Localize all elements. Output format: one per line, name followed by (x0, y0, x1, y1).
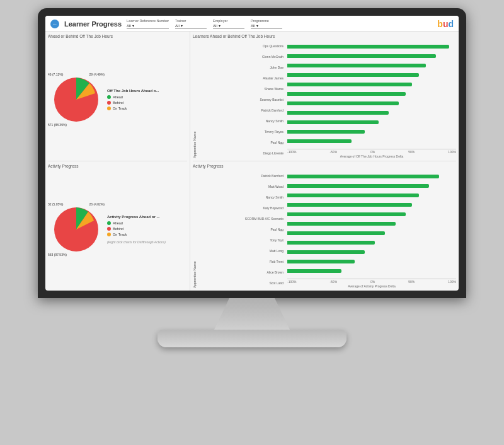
legend-dot-ahead-2 (107, 221, 111, 225)
bars-container-2 (287, 170, 456, 277)
bar-2-7 (287, 241, 375, 245)
legend-label-ahead-1: Ahead (113, 95, 123, 99)
monitor-container: ← Learner Progress Learner Reference Num… (25, 8, 479, 437)
bar-chart-1-area: Apprentice Name Ops Questions Glenn McGr… (193, 40, 456, 158)
bar-chart-1-names: Ops Questions Glenn McGrath John Doe Ala… (200, 40, 285, 158)
section-divider-1 (48, 161, 187, 161)
bar-row-1-8 (287, 120, 456, 125)
page-title: Learner Progress (64, 20, 122, 28)
filter-label-employer: Employer (213, 19, 244, 23)
legend-label-ontrack-1: On Track (113, 107, 127, 110)
top-right-section-title: Learners Ahead or Behind Off The Job Hou… (193, 34, 456, 38)
filter-bar: Learner Reference Number All ▾ Trainer A… (127, 19, 432, 29)
filter-select-employer[interactable]: All ▾ (213, 23, 244, 29)
bar-row-1-2 (287, 63, 456, 68)
filter-arrow-learner: ▾ (132, 23, 134, 28)
bar-2-3 (287, 203, 412, 207)
bar-1-0 (287, 45, 449, 49)
pie-label-ontrack-1: 29 (4.49%) (89, 72, 105, 76)
right-panel: Learners Ahead or Behind Off The Job Hou… (190, 32, 459, 291)
left-top-section: Ahead or Behind Off The Job Hours 46 (7.… (48, 34, 187, 158)
bar-chart-2-bars-section: -100% -50% 0% 50% 100% Average of Activi… (287, 170, 456, 288)
filter-group-programme: Programme All ▾ (251, 19, 282, 29)
bar-chart-2-area: Apprentice Name Patrick Bamford Matt Woo… (193, 170, 456, 288)
left-bottom-section: Activity Progress 32 (5.05%) 26 (4.02%) … (48, 164, 187, 288)
dashboard: ← Learner Progress Learner Reference Num… (45, 16, 459, 291)
bar-row-2-6 (287, 231, 456, 236)
logo: bud (437, 19, 454, 29)
pie-chart-2[interactable]: 32 (5.05%) 26 (4.02%) 563 (97.53%) (48, 201, 105, 258)
bar-row-1-9 (287, 129, 456, 134)
top-left-section-title: Ahead or Behind Off The Job Hours (48, 34, 187, 38)
bar-1-4 (287, 83, 412, 86)
pie-chart-2-area: 32 (5.05%) 26 (4.02%) 563 (97.53%) (48, 170, 187, 288)
pie-label-behind-1: 571 (88.39%) (48, 123, 67, 127)
bar-row-2-9 (287, 259, 456, 264)
legend-item-behind-2: Behind (107, 227, 166, 231)
pie-chart-1[interactable]: 46 (7.12%) 29 (4.49%) 571 (88.39%) (48, 71, 105, 128)
bar-row-1-7 (287, 110, 456, 115)
back-button[interactable]: ← (50, 20, 59, 28)
pie2-legend: Ahead Behind On Track (107, 221, 166, 236)
pie1-title: Off The Job Hours Ahead o... (107, 89, 159, 93)
filter-select-learner[interactable]: All ▾ (127, 23, 169, 29)
filter-label-programme: Programme (251, 19, 282, 23)
bar-1-8 (287, 120, 379, 124)
right-top-section: Learners Ahead or Behind Off The Job Hou… (193, 34, 456, 158)
bar-row-2-2 (287, 193, 456, 198)
bar-row-1-1 (287, 54, 456, 59)
bar-row-1-3 (287, 72, 456, 78)
bar-2-6 (287, 231, 385, 235)
legend-item-ahead-2: Ahead (107, 221, 166, 225)
legend-label-ahead-2: Ahead (113, 221, 123, 225)
legend-dot-ontrack-2 (107, 233, 111, 236)
filter-select-trainer[interactable]: All ▾ (175, 23, 207, 29)
filter-label-trainer: Trainer (175, 19, 207, 23)
bar-chart-1-bars-section: -100% -50% 0% 50% 100% Average of Off Th… (287, 40, 456, 158)
bar-1-10 (287, 139, 352, 143)
bar-row-2-1 (287, 183, 456, 188)
bars-container-1 (287, 40, 456, 147)
bar-2-2 (287, 194, 419, 197)
pie-label-ontrack-2: 26 (4.02%) (89, 202, 105, 206)
bar-2-10 (287, 269, 341, 273)
bar-chart-2: Patrick Bamford Matt Wood Nancy Smith Ka… (200, 170, 285, 288)
bar-row-2-4 (287, 212, 456, 217)
bar-chart-2-y-label: Apprentice Name (193, 170, 197, 288)
legend-label-ontrack-2: On Track (113, 233, 127, 236)
bar-row-1-0 (287, 44, 456, 49)
bar-1-3 (287, 73, 419, 77)
bar-1-1 (287, 54, 436, 58)
filter-group-learner: Learner Reference Number All ▾ (127, 19, 169, 29)
bar-row-1-6 (287, 101, 456, 106)
filter-select-programme[interactable]: All ▾ (251, 23, 282, 29)
bar-chart-1-x-axis: -100% -50% 0% 50% 100% (287, 149, 456, 154)
bar-2-5 (287, 222, 396, 226)
bottom-right-section-title: Activity Progress (193, 164, 456, 168)
pie1-legend-area: Off The Job Hours Ahead o... Ahead (107, 89, 159, 110)
bar-row-2-5 (287, 221, 456, 226)
pie-svg-1 (48, 71, 105, 128)
bar-2-4 (287, 212, 406, 216)
pie2-legend-area: Activity Progress Ahead or ... Ahead (107, 215, 166, 244)
legend-item-behind-1: Behind (107, 101, 159, 105)
legend-item-ontrack-1: On Track (107, 107, 159, 110)
legend-dot-behind-1 (107, 101, 111, 105)
screen-bezel: ← Learner Progress Learner Reference Num… (38, 8, 466, 298)
screen: ← Learner Progress Learner Reference Num… (45, 16, 459, 291)
right-bottom-section: Activity Progress Apprentice Name Patric… (193, 164, 456, 288)
bar-chart-2-names: Patrick Bamford Matt Wood Nancy Smith Ka… (200, 170, 285, 288)
bar-2-8 (287, 250, 365, 254)
filter-group-employer: Employer All ▾ (213, 19, 244, 29)
pie-label-behind-2: 563 (97.53%) (48, 253, 67, 257)
bar-1-9 (287, 130, 365, 134)
main-content: Ahead or Behind Off The Job Hours 46 (7.… (45, 32, 459, 291)
filter-arrow-programme: ▾ (256, 23, 258, 28)
legend-item-ahead-1: Ahead (107, 95, 159, 99)
header: ← Learner Progress Learner Reference Num… (45, 16, 459, 32)
legend-label-behind-2: Behind (113, 227, 123, 231)
filter-label-learner: Learner Reference Number (127, 19, 169, 23)
bar-1-6 (287, 101, 399, 105)
bar-2-1 (287, 184, 429, 188)
bar-row-2-7 (287, 240, 456, 245)
